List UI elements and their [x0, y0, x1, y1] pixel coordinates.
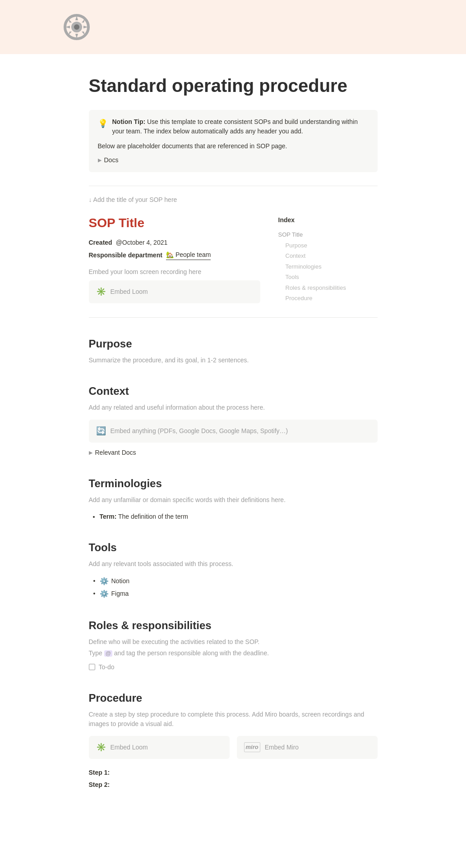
dept-emoji: 🏡 — [166, 250, 174, 260]
tip-text: Notion Tip: Use this template to create … — [112, 117, 369, 136]
todo-row[interactable]: To-do — [89, 662, 378, 672]
loom-hint: Embed your loom screen recording here — [89, 267, 260, 277]
dept-label: Responsible department — [89, 251, 162, 260]
index-item-roles[interactable]: Roles & responsibilities — [278, 283, 378, 293]
add-title-hint: ↓ Add the title of your SOP here — [89, 195, 378, 205]
procedure-desc: Create a step by step procedure to compl… — [89, 710, 378, 729]
dept-value: 🏡 People team — [166, 250, 211, 260]
relevant-docs-arrow-icon: ▶ — [89, 449, 92, 457]
notion-label: Notion — [111, 576, 129, 586]
terminologies-list: Term: The definition of the term — [89, 512, 378, 521]
purpose-heading: Purpose — [89, 336, 378, 352]
index-item-context[interactable]: Context — [278, 251, 378, 261]
tool-item-figma: ⚙️ Figma — [89, 589, 378, 599]
docs-toggle[interactable]: ▶ Docs — [98, 155, 369, 165]
figma-icon: ⚙️ — [100, 589, 109, 599]
index-item-sop-title[interactable]: SOP Title — [278, 229, 378, 240]
created-label: Created — [89, 238, 112, 247]
sop-and-index: SOP Title Created @October 4, 2021 Respo… — [89, 214, 378, 304]
step-1-label: Step 1: — [89, 768, 378, 777]
term-def: The definition of the term — [118, 513, 188, 520]
miro-icon: miro — [244, 742, 260, 752]
tip-box: 💡 Notion Tip: Use this template to creat… — [89, 110, 378, 172]
step-2-label: Step 2: — [89, 780, 378, 790]
divider-2 — [89, 317, 378, 318]
tools-heading: Tools — [89, 539, 378, 556]
index-item-purpose[interactable]: Purpose — [278, 240, 378, 251]
embed-miro-label: Embed Miro — [265, 743, 299, 752]
index-item-tools[interactable]: Tools — [278, 272, 378, 283]
tip-below-text: Below are placeholder documents that are… — [98, 142, 369, 151]
roles-desc1: Define who will be executing the activit… — [89, 637, 378, 647]
embed-loom-label-top: Embed Loom — [111, 287, 148, 297]
at-mention: @ — [104, 650, 112, 657]
toggle-arrow-icon: ▶ — [98, 156, 102, 164]
terminologies-desc: Add any unfamiliar or domain specific wo… — [89, 495, 378, 505]
docs-label: Docs — [104, 155, 119, 165]
embed-loom-box-procedure[interactable]: ✳️ Embed Loom — [89, 736, 230, 759]
gear-icon — [63, 14, 90, 41]
divider-1 — [89, 186, 378, 186]
roles-desc2: Type @ and tag the person responsible al… — [89, 649, 378, 658]
embed-anything-icon: 🔄 — [96, 425, 106, 437]
figma-label: Figma — [111, 589, 129, 598]
tool-item-notion: ⚙️ Notion — [89, 576, 378, 587]
todo-label: To-do — [99, 662, 115, 672]
loom-proc-icon: ✳️ — [96, 741, 106, 754]
context-heading: Context — [89, 383, 378, 399]
index-title: Index — [278, 215, 378, 225]
page-title: Standard operating procedure — [89, 72, 378, 99]
terminologies-heading: Terminologies — [89, 475, 378, 492]
term-item: Term: The definition of the term — [100, 512, 378, 521]
page-content: Standard operating procedure 💡 Notion Ti… — [62, 54, 405, 828]
index-panel: Index SOP Title Purpose Context Terminol… — [278, 214, 378, 304]
purpose-desc: Summarize the procedure, and its goal, i… — [89, 356, 378, 365]
header-banner — [0, 0, 466, 54]
tools-desc: Add any relevant tools associated with t… — [89, 559, 378, 569]
relevant-docs-label: Relevant Docs — [95, 448, 136, 457]
notion-icon: ⚙️ — [100, 576, 109, 587]
index-section: Index SOP Title Purpose Context Terminol… — [278, 214, 378, 304]
embed-miro-box-procedure[interactable]: miro Embed Miro — [237, 736, 378, 759]
embed-loom-label-proc: Embed Loom — [111, 743, 148, 752]
dept-name: People team — [175, 250, 211, 260]
relevant-docs-toggle[interactable]: ▶ Relevant Docs — [89, 448, 378, 457]
embed-loom-box-top[interactable]: ✳️ Embed Loom — [89, 280, 260, 303]
index-list: SOP Title Purpose Context Terminologies … — [278, 229, 378, 304]
context-desc: Add any related and useful information a… — [89, 403, 378, 412]
created-row: Created @October 4, 2021 — [89, 238, 260, 247]
todo-checkbox[interactable] — [89, 664, 95, 670]
embed-anything-label: Embed anything (PDFs, Google Docs, Googl… — [111, 426, 288, 436]
index-item-terminologies[interactable]: Terminologies — [278, 261, 378, 272]
roles-heading: Roles & responsibilities — [89, 617, 378, 634]
embed-anything-box[interactable]: 🔄 Embed anything (PDFs, Google Docs, Goo… — [89, 420, 378, 443]
sop-title: SOP Title — [89, 214, 260, 233]
procedure-embed-row: ✳️ Embed Loom miro Embed Miro — [89, 736, 378, 759]
svg-point-3 — [74, 24, 79, 30]
loom-icon: ✳️ — [96, 286, 106, 298]
sop-details: SOP Title Created @October 4, 2021 Respo… — [89, 214, 260, 304]
procedure-heading: Procedure — [89, 690, 378, 706]
tip-icon: 💡 — [98, 118, 108, 130]
term-bold: Term: — [100, 513, 117, 520]
tools-list: ⚙️ Notion ⚙️ Figma — [89, 576, 378, 599]
dept-row: Responsible department 🏡 People team — [89, 250, 260, 260]
created-value: @October 4, 2021 — [116, 238, 168, 247]
index-item-procedure[interactable]: Procedure — [278, 293, 378, 304]
